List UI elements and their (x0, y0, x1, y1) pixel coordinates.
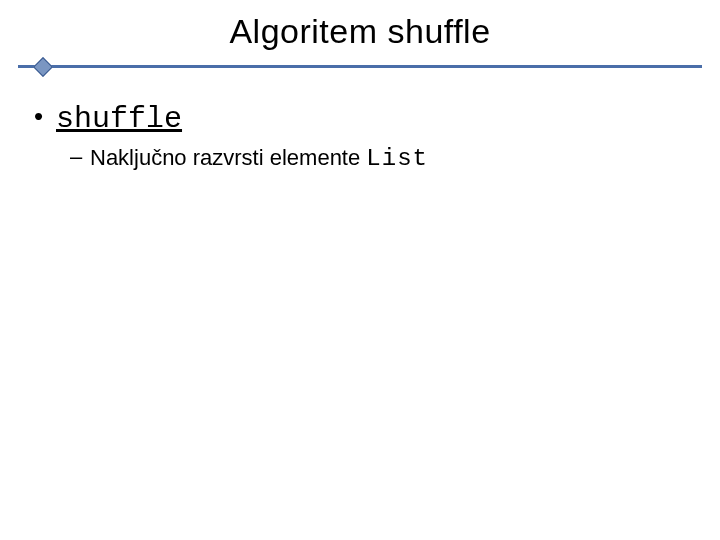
slide-title: Algoritem shuffle (229, 12, 490, 50)
code-text-list: List (366, 145, 428, 172)
sub-bullet-text: Naključno razvrsti elemente (90, 145, 366, 170)
slide: Algoritem shuffle shuffle Naključno razv… (0, 0, 720, 540)
list-item: shuffle Naključno razvrsti elemente List (56, 100, 690, 174)
bullet-list-level-1: shuffle Naključno razvrsti elemente List (30, 100, 690, 174)
title-area: Algoritem shuffle (0, 12, 720, 51)
list-item: Naključno razvrsti elemente List (90, 143, 690, 174)
bullet-list-level-2: Naključno razvrsti elemente List (56, 143, 690, 174)
shuffle-link[interactable]: shuffle (56, 102, 182, 136)
title-rule (18, 60, 702, 74)
diamond-icon (33, 57, 53, 77)
content-area: shuffle Naključno razvrsti elemente List (30, 100, 690, 180)
horizontal-line (18, 65, 702, 68)
